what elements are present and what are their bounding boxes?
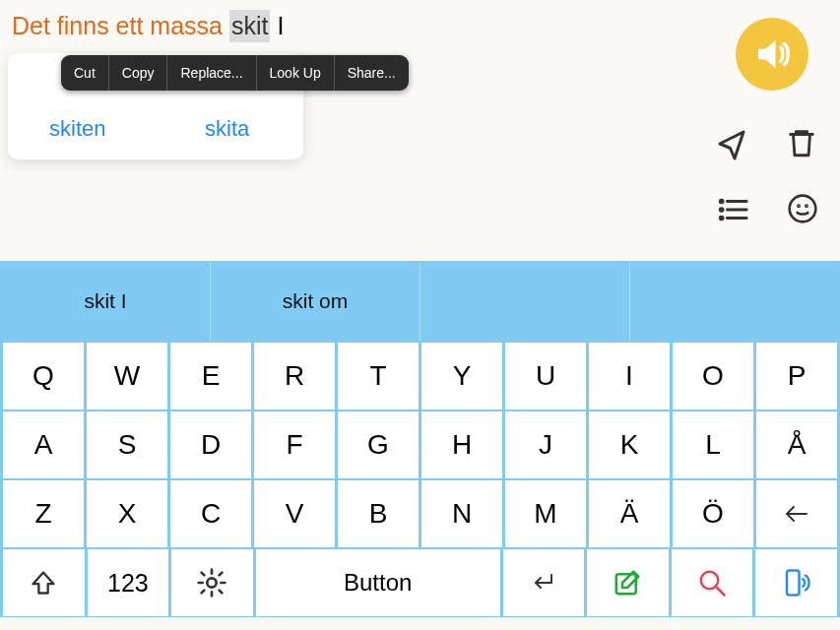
key-shift[interactable] (3, 549, 85, 616)
key-g[interactable]: G (338, 411, 419, 478)
svg-rect-11 (616, 574, 636, 594)
ctx-share[interactable]: Share... (335, 55, 409, 91)
key-i[interactable]: I (589, 343, 670, 410)
key-k[interactable]: K (589, 411, 670, 478)
svg-point-7 (798, 206, 799, 207)
ctx-lookup[interactable]: Look Up (257, 55, 335, 91)
key-c[interactable]: C (170, 480, 251, 547)
svg-point-8 (806, 206, 807, 207)
svg-point-2 (720, 209, 723, 212)
key-o[interactable]: O (673, 343, 753, 410)
key-d[interactable]: D (170, 411, 251, 478)
key-q[interactable]: Q (3, 343, 84, 410)
list-button[interactable] (716, 193, 749, 230)
key-compose[interactable] (587, 549, 669, 616)
sentence-highlight[interactable]: skit (229, 10, 271, 42)
sentence-prefix: Det finns ett massa (12, 12, 229, 39)
key-aa[interactable]: Å (756, 411, 837, 478)
key-n[interactable]: N (421, 480, 502, 547)
keyboard: Q W E R T Y U I O P A S D F G H J K L Å … (0, 342, 840, 617)
key-p[interactable]: P (756, 343, 837, 410)
key-numbers[interactable]: 123 (88, 549, 169, 616)
svg-point-6 (790, 196, 816, 222)
key-a[interactable]: A (3, 411, 84, 478)
key-backspace[interactable] (756, 480, 837, 547)
sentence-display: Det finns ett massa skit I (12, 10, 828, 42)
return-icon (528, 571, 559, 595)
speak-button[interactable] (736, 18, 808, 91)
key-return[interactable] (503, 549, 585, 616)
key-r[interactable]: R (254, 343, 335, 410)
text-context-menu: Cut Copy Replace... Look Up Share... (61, 55, 409, 91)
key-y[interactable]: Y (421, 343, 502, 410)
key-m[interactable]: M (505, 480, 586, 547)
key-ae[interactable]: Ä (589, 480, 670, 547)
speaker-icon (751, 33, 793, 75)
smile-icon (787, 193, 818, 224)
suggestion-item[interactable]: skita (205, 116, 249, 142)
svg-point-4 (720, 217, 723, 220)
svg-line-13 (716, 587, 725, 596)
emoji-button[interactable] (787, 193, 818, 228)
svg-point-10 (208, 578, 217, 587)
list-icon (716, 193, 749, 226)
key-u[interactable]: U (505, 343, 586, 410)
key-settings[interactable] (171, 549, 253, 616)
trash-icon (785, 126, 818, 159)
key-b[interactable]: B (338, 480, 419, 547)
ctx-copy[interactable]: Copy (109, 55, 168, 91)
search-icon (697, 568, 727, 598)
svg-rect-14 (787, 571, 800, 596)
share-button[interactable] (714, 126, 749, 165)
key-oe[interactable]: Ö (673, 480, 753, 547)
sentence-suffix: I (270, 12, 284, 39)
prediction-cell[interactable] (420, 262, 630, 341)
suggestion-item[interactable]: skiten (49, 116, 105, 142)
prediction-cell[interactable]: skit I (1, 262, 211, 341)
key-v[interactable]: V (254, 480, 335, 547)
key-z[interactable]: Z (3, 480, 84, 547)
svg-point-0 (720, 200, 723, 203)
key-device-speak[interactable] (755, 549, 837, 616)
backspace-icon (780, 502, 813, 526)
key-s[interactable]: S (87, 411, 167, 478)
key-e[interactable]: E (170, 343, 251, 410)
ctx-cut[interactable]: Cut (61, 55, 109, 91)
prediction-cell[interactable] (630, 262, 839, 341)
key-search[interactable] (672, 549, 753, 616)
key-t[interactable]: T (338, 343, 419, 410)
compose-icon (613, 568, 642, 598)
key-h[interactable]: H (421, 411, 502, 478)
ctx-replace[interactable]: Replace... (167, 55, 256, 91)
device-sound-icon (782, 566, 811, 599)
key-j[interactable]: J (505, 411, 586, 478)
key-f[interactable]: F (254, 411, 335, 478)
prediction-bar: skit I skit om (0, 261, 840, 342)
gear-icon (196, 567, 227, 598)
key-w[interactable]: W (87, 343, 167, 410)
share-icon (714, 126, 749, 161)
key-space[interactable]: Button (256, 549, 500, 616)
shift-icon (30, 569, 57, 597)
key-l[interactable]: L (673, 411, 753, 478)
delete-button[interactable] (785, 126, 818, 163)
key-x[interactable]: X (87, 480, 167, 547)
prediction-cell[interactable]: skit om (211, 262, 420, 341)
